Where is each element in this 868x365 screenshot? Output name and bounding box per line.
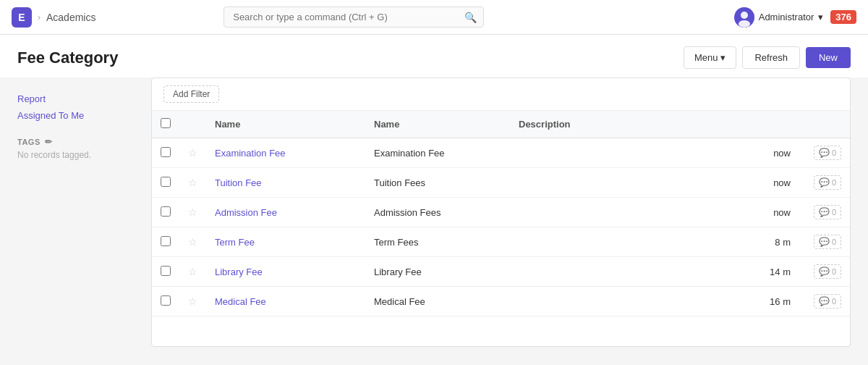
sidebar-item-report[interactable]: Report [17,92,151,106]
notification-badge[interactable]: 376 [830,10,856,24]
row-time-cell: now [756,138,799,168]
message-badge[interactable]: 💬 0 [814,175,841,190]
col-time [756,111,799,138]
row-time: 8 m [775,237,791,248]
menu-chevron-icon: ▾ [720,52,726,63]
row-name-cell: Examination Fee [206,138,365,168]
app-logo[interactable]: E [12,7,32,28]
row-desc-cell [510,227,756,257]
row-checkbox[interactable] [161,147,171,157]
row-name-val: Medical Fee [374,296,425,307]
refresh-button[interactable]: Refresh [742,46,800,69]
message-count: 0 [832,297,836,306]
table-row: ☆ Tuition Fee Tuition Fees now 💬 0 [152,168,850,198]
row-checkbox[interactable] [161,266,171,276]
row-name-val-cell: Medical Fee [365,287,510,316]
row-star-cell: ☆ [179,138,206,168]
table-row: ☆ Examination Fee Examination Fee now 💬 … [152,138,850,168]
content-area: Report Assigned To Me TAGS ✏ No records … [0,77,868,364]
row-name-val: Term Fees [374,237,418,248]
svg-point-1 [741,12,748,19]
message-badge[interactable]: 💬 0 [814,294,841,309]
row-name-val: Tuition Fees [374,177,425,188]
message-badge[interactable]: 💬 0 [814,146,841,160]
star-icon[interactable]: ☆ [188,295,197,307]
star-icon[interactable]: ☆ [188,236,197,248]
col-description: Description [510,111,756,138]
table-body: ☆ Examination Fee Examination Fee now 💬 … [152,138,850,316]
filter-bar: Add Filter [152,78,850,111]
row-time-cell: now [756,198,799,227]
col-msg [799,111,850,138]
message-count: 0 [832,208,836,217]
row-time-cell: 8 m [756,227,799,257]
avatar [734,7,754,28]
tags-section-header: TAGS ✏ [17,137,151,147]
add-filter-button[interactable]: Add Filter [163,85,219,103]
message-icon: 💬 [819,296,830,306]
svg-point-2 [739,20,750,28]
row-star-cell: ☆ [179,257,206,287]
table-header: Name Name Description [152,111,850,138]
page-title: Fee Category [17,49,118,67]
row-name-val-cell: Tuition Fees [365,168,510,198]
tags-edit-icon[interactable]: ✏ [45,137,53,147]
row-name-cell: Library Fee [206,257,365,287]
row-star-cell: ☆ [179,168,206,198]
row-checkbox[interactable] [161,236,171,246]
header-actions: Menu ▾ Refresh New [684,46,851,69]
table-row: ☆ Medical Fee Medical Fee 16 m 💬 0 [152,287,850,316]
star-icon[interactable]: ☆ [188,266,197,277]
row-name[interactable]: Admission Fee [215,207,277,218]
row-name[interactable]: Library Fee [215,267,263,277]
message-badge[interactable]: 💬 0 [814,235,841,249]
row-time-cell: 16 m [756,287,799,316]
row-time: now [773,177,791,188]
row-checkbox-cell [152,257,179,287]
row-checkbox-cell [152,198,179,227]
row-desc-cell [510,287,756,316]
row-star-cell: ☆ [179,198,206,227]
search-input[interactable] [224,7,484,28]
row-checkbox-cell [152,168,179,198]
table-row: ☆ Admission Fee Admission Fees now 💬 0 [152,198,850,227]
row-desc-cell [510,198,756,227]
star-col-header [179,111,206,138]
star-icon[interactable]: ☆ [188,177,197,188]
message-badge[interactable]: 💬 0 [814,264,841,279]
menu-button[interactable]: Menu ▾ [684,46,737,69]
sidebar: Report Assigned To Me TAGS ✏ No records … [17,77,151,347]
row-checkbox[interactable] [161,177,171,187]
row-checkbox[interactable] [161,295,171,306]
row-star-cell: ☆ [179,227,206,257]
navbar-right: Administrator ▾ 376 [734,7,856,28]
row-name[interactable]: Medical Fee [215,296,266,307]
row-msg-cell: 💬 0 [799,138,850,168]
row-name-val: Library Fee [374,267,422,277]
row-checkbox[interactable] [161,206,171,217]
row-name[interactable]: Examination Fee [215,148,286,159]
row-name[interactable]: Term Fee [215,237,255,248]
row-name-val-cell: Examination Fee [365,138,510,168]
admin-label: Administrator [759,12,814,22]
new-button[interactable]: New [806,47,851,68]
row-name-cell: Term Fee [206,227,365,257]
admin-chevron-icon: ▾ [818,12,823,22]
row-msg-cell: 💬 0 [799,198,850,227]
star-icon[interactable]: ☆ [188,206,197,218]
message-icon: 💬 [819,237,830,247]
row-name[interactable]: Tuition Fee [215,177,262,188]
breadcrumb-chevron: › [38,12,41,22]
star-icon[interactable]: ☆ [188,147,197,159]
row-checkbox-cell [152,287,179,316]
row-name-val-cell: Admission Fees [365,198,510,227]
select-all-checkbox[interactable] [161,118,171,128]
row-time: 16 m [770,296,791,307]
row-msg-cell: 💬 0 [799,227,850,257]
admin-menu-button[interactable]: Administrator ▾ [734,7,824,28]
sidebar-item-assigned-to-me[interactable]: Assigned To Me [17,109,151,122]
message-icon: 💬 [819,148,830,158]
message-count: 0 [832,178,836,187]
no-tags-text: No records tagged. [17,150,151,160]
message-badge[interactable]: 💬 0 [814,205,841,219]
